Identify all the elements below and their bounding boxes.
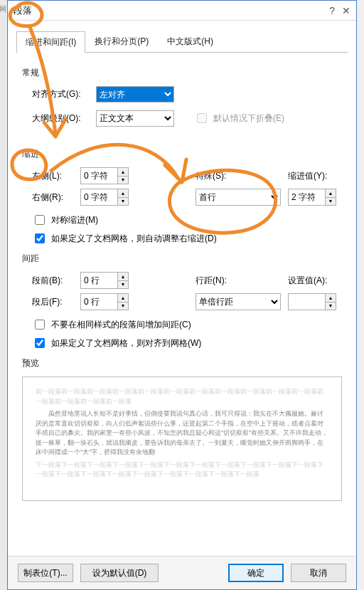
preview-sample-text: 虽然背地里说人长短不是好事情，但倘使要我说句真心话，我可只得说：我实在不大佩服她… [36, 409, 328, 458]
tab-strip: 缩进和间距(I) 换行和分页(P) 中文版式(H) [16, 31, 348, 53]
no-space-same-style-label: 不要在相同样式的段落间增加间距(C) [51, 319, 191, 331]
cancel-button[interactable]: 取消 [291, 564, 346, 582]
outline-combo[interactable]: 正文文本 [96, 110, 174, 127]
indent-right-spin[interactable]: ▲▼ [117, 189, 129, 206]
grid-indent-checkbox[interactable]: 如果定义了文档网格，则自动调整右缩进(D) [32, 231, 342, 246]
space-after-spin[interactable]: ▲▼ [117, 293, 129, 310]
row-alignment: 对齐方式(G): 左对齐 [32, 86, 342, 102]
section-spacing: 间距 [22, 253, 342, 265]
no-space-same-style-input[interactable] [35, 320, 45, 330]
section-general: 常规 [22, 67, 342, 79]
collapse-checkbox[interactable]: 默认情况下折叠(E) [194, 111, 284, 125]
set-default-button[interactable]: 设为默认值(D) [80, 564, 159, 582]
paragraph-dialog: 段落 ? ✕ 缩进和间距(I) 换行和分页(P) 中文版式(H) 常规 对齐方式… [7, 0, 357, 590]
mirror-indent-checkbox[interactable]: 对称缩进(M) [32, 213, 342, 227]
preview-ghost-before: 前一段落前一段落前一段落前一段落前一段落前一段落前一段落前一段落前一段落前一段落… [36, 388, 323, 405]
spacing-at-input[interactable] [288, 293, 325, 310]
collapse-check-input [197, 113, 207, 123]
collapse-check-label: 默认情况下折叠(E) [213, 112, 284, 125]
alignment-label: 对齐方式(G): [32, 88, 90, 100]
spacing-at-spin[interactable]: ▲▼ [325, 293, 336, 310]
close-icon[interactable]: ✕ [342, 5, 350, 16]
mirror-indent-input[interactable] [35, 215, 45, 225]
ok-button[interactable]: 确定 [228, 564, 284, 582]
indent-by-input[interactable] [288, 189, 325, 206]
indent-by-spin[interactable]: ▲▼ [325, 189, 336, 206]
indent-left-spin[interactable]: ▲▼ [117, 167, 129, 184]
space-before-input[interactable] [80, 272, 117, 289]
indent-left-input[interactable] [80, 167, 117, 184]
dialog-body: 常规 对齐方式(G): 左对齐 大纲级别(O): 正文文本 默认情况下折叠(E)… [8, 53, 356, 556]
dialog-title: 段落 [14, 4, 32, 17]
grid-indent-label: 如果定义了文档网格，则自动调整右缩进(D) [51, 233, 217, 245]
outline-label: 大纲级别(O): [32, 112, 90, 125]
help-icon[interactable]: ? [329, 5, 335, 16]
space-before-label: 段前(B): [32, 275, 75, 287]
section-preview: 预览 [22, 357, 342, 369]
space-after-label: 段后(F): [32, 296, 75, 308]
space-after-input[interactable] [80, 293, 117, 310]
snap-grid-checkbox[interactable]: 如果定义了文档网格，则对齐到网格(W) [32, 336, 342, 350]
row-outline: 大纲级别(O): 正文文本 默认情况下折叠(E) [32, 107, 342, 130]
section-indent: 缩进 [22, 148, 342, 160]
no-space-same-style-checkbox[interactable]: 不要在相同样式的段落间增加间距(C) [32, 317, 342, 332]
background-strip: 网 [0, 0, 7, 590]
grid-indent-input[interactable] [35, 233, 45, 243]
dialog-footer: 制表位(T)... 设为默认值(D) 确定 取消 [8, 556, 356, 589]
indent-left-label: 左侧(L): [32, 170, 75, 182]
indent-right-label: 右侧(R): [32, 191, 75, 204]
mirror-indent-label: 对称缩进(M) [51, 214, 98, 226]
row-indent-right: 右侧(R): ▲▼ 首行 ▲▼ [32, 189, 342, 206]
snap-grid-label: 如果定义了文档网格，则对齐到网格(W) [51, 337, 201, 349]
alignment-combo[interactable]: 左对齐 [96, 86, 174, 102]
snap-grid-input[interactable] [35, 338, 45, 348]
space-before-spin[interactable]: ▲▼ [117, 272, 129, 289]
indent-by-label: 缩进值(Y): [288, 170, 327, 182]
line-spacing-combo[interactable]: 单倍行距 [196, 293, 281, 310]
row-space-before: 段前(B): ▲▼ 行距(N): 设置值(A): [32, 272, 342, 289]
preview-box: 前一段落前一段落前一段落前一段落前一段落前一段落前一段落前一段落前一段落前一段落… [22, 376, 342, 501]
tab-line-page-breaks[interactable]: 换行和分页(P) [85, 31, 158, 52]
special-label: 特殊(S): [196, 170, 226, 182]
special-combo[interactable]: 首行 [196, 189, 281, 206]
preview-ghost-after: 下一段落下一段落下一段落下一段落下一段落下一段落下一段落下一段落下一段落下一段落… [36, 461, 323, 478]
tab-indent-spacing[interactable]: 缩进和间距(I) [16, 31, 85, 53]
indent-right-input[interactable] [80, 189, 117, 206]
titlebar: 段落 ? ✕ [8, 1, 356, 21]
tabs-button[interactable]: 制表位(T)... [18, 564, 73, 582]
row-indent-left: 左侧(L): ▲▼ 特殊(S): 缩进值(Y): [32, 167, 342, 184]
line-spacing-label: 行距(N): [196, 275, 227, 287]
row-space-after: 段后(F): ▲▼ 单倍行距 ▲▼ [32, 293, 342, 310]
window-buttons: ? ✕ [329, 5, 350, 16]
tab-asian-typography[interactable]: 中文版式(H) [158, 31, 223, 52]
spacing-at-label: 设置值(A): [288, 275, 327, 287]
